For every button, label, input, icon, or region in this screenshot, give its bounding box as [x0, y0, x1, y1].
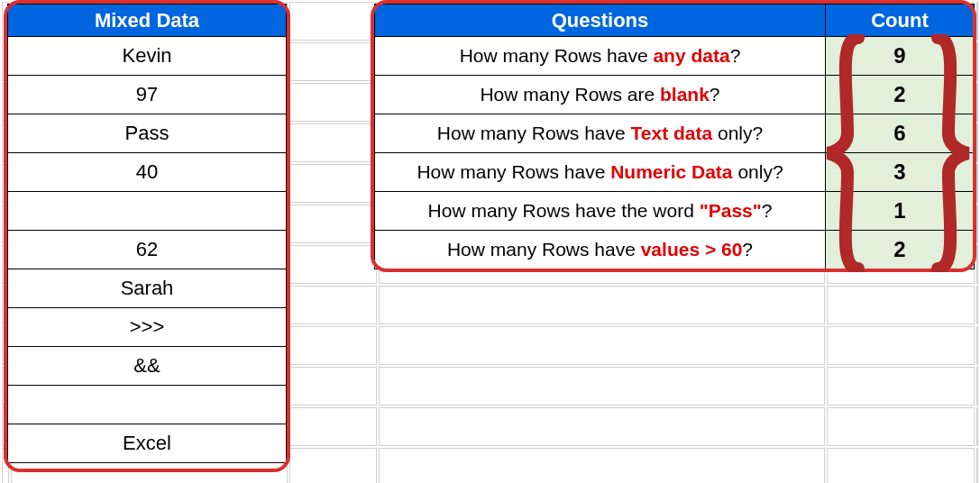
- mixed-data-cell: >>>: [8, 308, 287, 347]
- count-cell: 2: [826, 76, 975, 114]
- table-row: How many Rows have the word "Pass"?1: [375, 192, 975, 231]
- table-row: [8, 386, 287, 424]
- mixed-data-cell: Sarah: [8, 269, 287, 308]
- table-row: How many Rows have Numeric Data only?3: [375, 153, 975, 192]
- emphasis-text: Text data: [631, 123, 713, 143]
- mixed-data-cell: [8, 386, 287, 424]
- emphasis-text: "Pass": [700, 200, 762, 221]
- mixed-data-cell: 62: [8, 231, 287, 269]
- mixed-data-table: Mixed Data Kevin97Pass4062Sarah>>>&&Exce…: [7, 4, 287, 463]
- table-row: How many Rows have Text data only?6: [375, 114, 975, 153]
- table-row: How many Rows have values > 60?2: [375, 231, 975, 269]
- count-cell: 1: [826, 192, 975, 231]
- count-cell: 2: [826, 231, 975, 269]
- question-cell: How many Rows have the word "Pass"?: [375, 192, 826, 231]
- mixed-data-cell: Pass: [8, 114, 287, 153]
- question-cell: How many Rows have Text data only?: [375, 114, 826, 153]
- table-row: Pass: [8, 114, 287, 153]
- mixed-data-cell: 97: [8, 76, 287, 114]
- mixed-data-cell: Kevin: [8, 37, 287, 76]
- mixed-data-cell: [8, 192, 287, 231]
- mixed-data-cell: &&: [8, 347, 287, 386]
- table-row: 97: [8, 76, 287, 114]
- table-row: [8, 192, 287, 231]
- emphasis-text: blank: [660, 84, 710, 105]
- question-cell: How many Rows have Numeric Data only?: [375, 153, 826, 192]
- table-row: >>>: [8, 308, 287, 347]
- emphasis-text: any data: [653, 45, 729, 66]
- mixed-data-header: Mixed Data: [8, 5, 287, 37]
- question-cell: How many Rows have values > 60?: [375, 231, 826, 269]
- table-row: Kevin: [8, 37, 287, 76]
- count-cell: 6: [826, 114, 975, 153]
- table-row: Sarah: [8, 269, 287, 308]
- count-cell: 9: [826, 37, 975, 76]
- questions-table: Questions Count How many Rows have any d…: [374, 4, 975, 269]
- question-cell: How many Rows have any data?: [375, 37, 826, 76]
- table-row: 40: [8, 153, 287, 192]
- table-row: How many Rows are blank?2: [375, 76, 975, 114]
- table-row: How many Rows have any data?9: [375, 37, 975, 76]
- question-cell: How many Rows are blank?: [375, 76, 826, 114]
- mixed-data-cell: Excel: [8, 424, 287, 463]
- emphasis-text: Numeric Data: [610, 161, 732, 182]
- table-row: 62: [8, 231, 287, 269]
- emphasis-text: values > 60: [641, 239, 743, 260]
- table-row: &&: [8, 347, 287, 386]
- questions-header: Questions: [375, 5, 826, 37]
- count-cell: 3: [826, 153, 975, 192]
- mixed-data-cell: 40: [8, 153, 287, 192]
- count-header: Count: [826, 5, 975, 37]
- table-row: Excel: [8, 424, 287, 463]
